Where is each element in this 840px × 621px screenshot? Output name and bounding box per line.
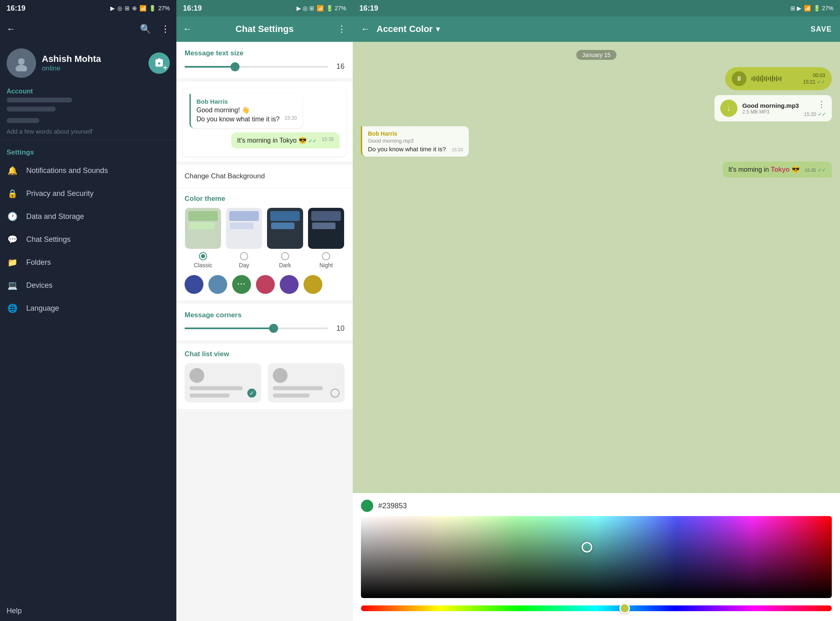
- theme-preview-classic: [185, 208, 221, 249]
- bio-placeholder: Add a few words about yourself: [7, 125, 170, 136]
- nav-label-notifications: Notifications and Sounds: [26, 166, 108, 175]
- profile-section: Ashish Mohta online +: [0, 42, 176, 84]
- checkmark-icon: ✓✓: [308, 138, 317, 144]
- divider: [0, 140, 176, 140]
- change-bg-row[interactable]: Change Chat Background: [176, 165, 353, 188]
- chat-settings-header: ← Chat Settings ⋮: [176, 16, 353, 42]
- cl-avatar-2: [273, 368, 288, 383]
- color-option-1[interactable]: [185, 275, 203, 294]
- theme-msg-dark: [271, 223, 294, 229]
- cl-line-1b: [189, 394, 230, 398]
- color-option-3[interactable]: [232, 275, 251, 294]
- theme-radio-night[interactable]: [322, 252, 330, 260]
- sidebar-panel: 16:19 ▶ ◎ ⊞ ⊕ 📶 🔋 27% ← 🔍 ⋮ Ash: [0, 0, 176, 621]
- profile-name: Ashish Mohta: [42, 54, 101, 64]
- lock-icon: 🔒: [7, 188, 18, 199]
- chat-list-option-1[interactable]: [185, 363, 261, 403]
- tokyo-highlight: Tokyo: [771, 166, 790, 173]
- back-arrow-mid-icon[interactable]: ←: [183, 24, 192, 34]
- corners-slider-fill: [185, 328, 274, 329]
- text-size-slider-thumb[interactable]: [231, 62, 240, 71]
- theme-bar-night: [311, 211, 341, 221]
- sidebar-item-folders[interactable]: 📁 Folders: [0, 251, 176, 274]
- corners-slider-row: 10: [185, 324, 345, 333]
- message-text-size-label: Message text size: [185, 49, 345, 57]
- theme-preview-dark: [267, 208, 303, 249]
- back-arrow-icon[interactable]: ←: [7, 24, 16, 34]
- color-option-6[interactable]: [304, 275, 322, 294]
- hue-slider-track[interactable]: [361, 605, 832, 611]
- color-picker-thumb[interactable]: [582, 542, 592, 553]
- theme-dark[interactable]: Dark: [267, 208, 304, 268]
- status-icons-right: ⊞ ▶ 📶 🔋 27%: [790, 5, 833, 11]
- color-picker-canvas[interactable]: [361, 516, 832, 598]
- theme-night[interactable]: Night: [308, 208, 345, 268]
- cl-line-2a: [273, 386, 323, 390]
- chat-background: January 15 ⏸: [353, 42, 840, 621]
- theme-radio-dark[interactable]: [281, 252, 289, 260]
- cl-radio-1[interactable]: [247, 389, 256, 398]
- color-option-2[interactable]: [208, 275, 227, 294]
- accent-color-title: Accent Color ▾: [377, 24, 440, 34]
- theme-classic[interactable]: Classic: [185, 208, 221, 268]
- back-arrow-right-icon[interactable]: ←: [361, 24, 370, 34]
- sidebar-item-data[interactable]: 🕐 Data and Storage: [0, 205, 176, 228]
- corners-slider-thumb[interactable]: [269, 324, 278, 333]
- color-option-5[interactable]: [280, 275, 299, 294]
- save-button[interactable]: SAVE: [810, 25, 832, 34]
- file-options-icon[interactable]: ⋮: [817, 99, 826, 110]
- audio-time: 15:21: [803, 79, 815, 85]
- text-size-slider-row: 16: [185, 62, 345, 71]
- download-meta: 2.5 MB MP3: [742, 109, 799, 115]
- hue-slider-thumb[interactable]: [619, 603, 630, 614]
- theme-preview-night: [308, 208, 344, 249]
- svg-point-0: [18, 58, 25, 65]
- redacted-bio-line: [7, 118, 39, 123]
- sidebar-item-notifications[interactable]: 🔔 Notifications and Sounds: [0, 159, 176, 182]
- color-theme-label: Color theme: [185, 195, 345, 203]
- tokyo-checkmark-icon: ✓✓: [818, 167, 826, 173]
- sidebar-item-privacy[interactable]: 🔒 Privacy and Security: [0, 182, 176, 205]
- audio-waveform: [751, 75, 798, 83]
- redacted-username: [7, 107, 56, 111]
- nav-label-language: Language: [26, 304, 59, 313]
- download-icon[interactable]: ↓: [720, 100, 737, 117]
- chat-list-option-2[interactable]: [268, 363, 345, 403]
- corners-slider-track[interactable]: [185, 328, 328, 329]
- cl-avatar-1: [189, 368, 204, 383]
- accent-color-panel: 16:19 ⊞ ▶ 📶 🔋 27% ← Accent Color ▾ SAVE …: [353, 0, 840, 621]
- folder-icon: 📁: [7, 257, 18, 268]
- color-option-4[interactable]: [256, 275, 275, 294]
- theme-radio-classic[interactable]: [199, 252, 207, 260]
- sidebar-item-chat[interactable]: 💬 Chat Settings: [0, 228, 176, 251]
- menu-icon[interactable]: ⋮: [161, 24, 170, 34]
- right-sub-label: Good morning.mp3: [368, 138, 463, 144]
- sidebar-item-devices[interactable]: 💻 Devices: [0, 274, 176, 297]
- globe-icon: 🌐: [7, 303, 18, 314]
- change-bg-label: Change Chat Background: [185, 172, 265, 180]
- theme-radio-day[interactable]: [240, 252, 248, 260]
- menu-mid-icon[interactable]: ⋮: [337, 24, 346, 34]
- audio-pause-icon[interactable]: ⏸: [732, 71, 746, 86]
- chat-preview-box: Bob Harris Good morning! 👋 Do you know w…: [183, 88, 346, 157]
- download-bubble: ↓ Good morning.mp3 2.5 MB MP3 ⋮ 15:20 ✓✓: [714, 95, 832, 121]
- left-header: ← 🔍 ⋮: [0, 16, 176, 42]
- sender-name: Bob Harris: [196, 98, 297, 105]
- status-bar-mid: 16:19 ▶ ◎ ⊞ 📶 🔋 27%: [176, 0, 353, 16]
- nav-label-devices: Devices: [26, 281, 52, 290]
- search-icon[interactable]: 🔍: [140, 24, 151, 34]
- dropdown-icon[interactable]: ▾: [436, 25, 440, 34]
- nav-label-folders: Folders: [26, 258, 51, 267]
- camera-button[interactable]: +: [148, 52, 170, 74]
- cl-radio-2[interactable]: [331, 389, 340, 398]
- msg-text-1: Good morning! 👋 Do you know what time it…: [196, 106, 297, 124]
- tokyo-sent-bubble: It's morning in Tokyo 😎 15:35 ✓✓: [723, 162, 832, 177]
- text-size-slider-track[interactable]: [185, 66, 328, 68]
- help-link[interactable]: Help: [0, 601, 176, 621]
- sidebar-item-language[interactable]: 🌐 Language: [0, 297, 176, 320]
- sent-bubble: It's morning in Tokyo 😎 15:35 ✓✓: [231, 132, 340, 148]
- theme-day[interactable]: Day: [226, 208, 262, 268]
- download-info: Good morning.mp3 2.5 MB MP3: [742, 102, 799, 115]
- devices-icon: 💻: [7, 280, 18, 291]
- chat-preview-section: Bob Harris Good morning! 👋 Do you know w…: [176, 82, 353, 162]
